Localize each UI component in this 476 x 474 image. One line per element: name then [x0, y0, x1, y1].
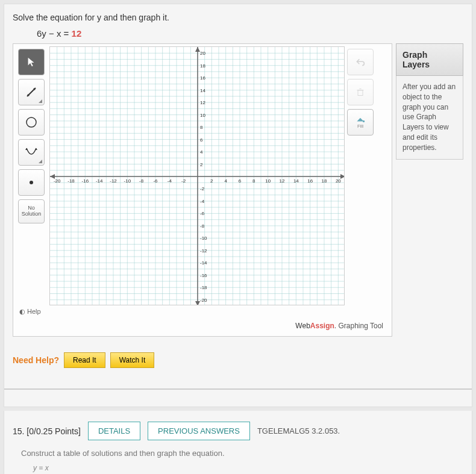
svg-text:14: 14	[200, 88, 205, 93]
svg-text:18: 18	[200, 63, 205, 69]
question-number: 15. [0/0.25 Points]	[13, 426, 81, 436]
svg-marker-91	[340, 174, 345, 179]
line-icon	[25, 86, 37, 98]
expand-icon	[39, 99, 42, 103]
help-link[interactable]: ◐ Help	[16, 305, 389, 318]
watch-it-button[interactable]: Watch It	[110, 352, 155, 368]
svg-text:-6: -6	[153, 178, 158, 184]
circle-icon	[25, 116, 38, 129]
svg-text:-8: -8	[139, 178, 144, 184]
equation-rhs: 12	[72, 28, 82, 39]
next-question-prompt: Construct a table of solutions and then …	[4, 445, 472, 461]
pointer-tool[interactable]	[18, 49, 45, 75]
graph-layers-title[interactable]: Graph Layers	[396, 43, 463, 76]
svg-text:-4: -4	[200, 199, 205, 204]
help-icon: ◐	[19, 308, 27, 315]
brand-pre: Web	[295, 322, 310, 330]
graph-layers-body: After you add an object to the graph you…	[396, 76, 463, 160]
next-question-header: 15. [0/0.25 Points] DETAILS PREVIOUS ANS…	[4, 411, 472, 445]
svg-text:-4: -4	[168, 178, 172, 184]
no-solution-tool[interactable]: No Solution	[18, 199, 45, 223]
tool-palette: No Solution	[16, 46, 49, 305]
svg-text:-10: -10	[124, 178, 131, 184]
svg-text:-16: -16	[200, 273, 207, 278]
question-reference: TGELEMALG5 3.2.053.	[257, 426, 340, 435]
svg-text:-14: -14	[96, 178, 103, 184]
svg-text:10: 10	[200, 113, 205, 118]
svg-text:-18: -18	[200, 285, 207, 290]
no-solution-label-2: Solution	[22, 211, 42, 217]
svg-text:4: 4	[200, 149, 203, 155]
help-label: Help	[27, 308, 41, 315]
svg-text:8: 8	[252, 178, 255, 184]
svg-text:12: 12	[280, 178, 285, 184]
undo-icon	[355, 57, 365, 67]
brand-footer: WebAssign. Graphing Tool	[16, 318, 389, 334]
fill-button[interactable]: Fill	[347, 109, 374, 136]
svg-text:18: 18	[322, 178, 327, 184]
svg-text:-20: -20	[54, 178, 61, 184]
svg-text:-6: -6	[200, 211, 205, 216]
graphing-tool: No Solution -20-18-16-14-12-10-8-6-4-224…	[13, 43, 392, 337]
point-icon	[28, 179, 35, 186]
right-tool-palette: Fill	[345, 46, 378, 305]
details-button[interactable]: DETAILS	[88, 422, 140, 440]
svg-marker-94	[195, 301, 200, 305]
svg-text:10: 10	[265, 178, 271, 184]
undo-button[interactable]	[347, 49, 374, 75]
need-help-label: Need Help?	[13, 355, 59, 365]
svg-text:20: 20	[200, 51, 205, 56]
svg-text:20: 20	[336, 178, 341, 184]
brand-suffix: . Graphing Tool	[334, 322, 383, 330]
svg-text:2: 2	[200, 162, 203, 167]
svg-text:16: 16	[307, 178, 313, 184]
svg-text:-12: -12	[110, 178, 117, 184]
read-it-button[interactable]: Read It	[64, 352, 105, 368]
fill-label: Fill	[357, 123, 363, 129]
equation: 6y − x = 12	[37, 28, 463, 39]
brand-mid: Assign	[310, 322, 334, 330]
svg-marker-93	[195, 47, 200, 52]
svg-text:-8: -8	[200, 223, 205, 229]
parabola-icon	[25, 146, 38, 159]
svg-text:8: 8	[200, 125, 203, 130]
svg-point-6	[30, 181, 33, 184]
svg-point-138	[363, 120, 365, 122]
question-prompt: Solve the equation for y and then graph …	[13, 13, 463, 22]
svg-text:-16: -16	[82, 178, 89, 184]
svg-text:-14: -14	[200, 260, 207, 266]
separator	[4, 388, 472, 390]
expand-icon	[39, 160, 42, 163]
svg-text:-2: -2	[200, 186, 205, 192]
fill-icon	[355, 116, 365, 123]
trash-icon	[355, 87, 365, 97]
graph-layers-panel: Graph Layers After you add an object to …	[396, 43, 463, 160]
svg-text:14: 14	[293, 178, 299, 184]
line-tool[interactable]	[18, 79, 45, 105]
svg-text:-12: -12	[200, 248, 207, 254]
next-question-equation: y = x	[4, 461, 472, 474]
svg-text:2: 2	[210, 178, 213, 184]
previous-answers-button[interactable]: PREVIOUS ANSWERS	[148, 422, 250, 440]
cursor-icon	[26, 57, 37, 67]
svg-text:16: 16	[200, 75, 205, 81]
svg-text:-10: -10	[200, 235, 207, 241]
svg-text:6: 6	[239, 178, 242, 184]
delete-button[interactable]	[347, 79, 374, 105]
svg-text:6: 6	[200, 137, 203, 143]
equation-lhs: 6y − x =	[37, 28, 72, 39]
circle-tool[interactable]	[18, 109, 45, 136]
svg-rect-135	[358, 90, 363, 96]
svg-text:4: 4	[224, 178, 227, 184]
svg-text:12: 12	[200, 100, 205, 105]
graph-canvas[interactable]: -20-18-16-14-12-10-8-6-4-224681012141618…	[49, 46, 345, 305]
parabola-tool[interactable]	[18, 139, 45, 166]
svg-text:-18: -18	[67, 178, 75, 184]
svg-point-3	[27, 117, 36, 127]
svg-text:-20: -20	[200, 298, 207, 303]
svg-text:-2: -2	[181, 178, 186, 184]
point-tool[interactable]	[18, 169, 45, 196]
need-help-row: Need Help? Read It Watch It	[13, 352, 463, 368]
